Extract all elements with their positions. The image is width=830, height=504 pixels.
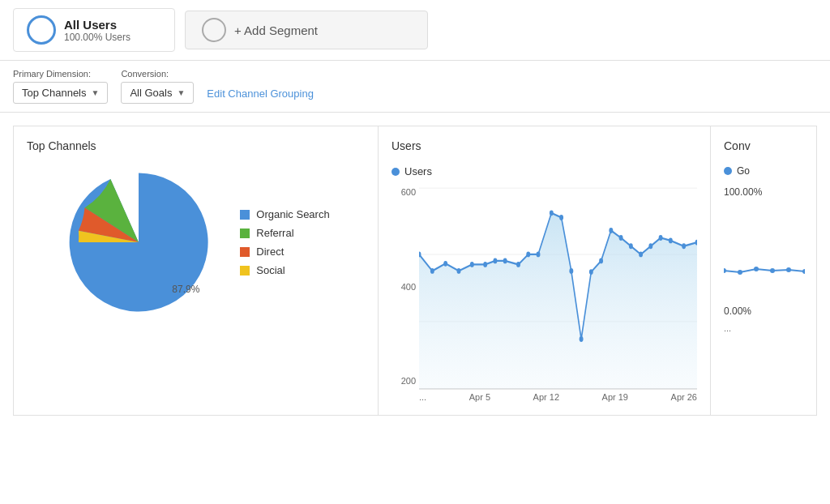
svg-point-31 (724, 268, 726, 273)
svg-point-7 (443, 261, 447, 267)
top-channels-card: Top Channels 87.9% (14, 126, 379, 415)
svg-point-17 (559, 215, 563, 220)
x-axis: ... Apr 5 Apr 12 Apr 19 Apr 26 (419, 392, 697, 402)
svg-point-23 (619, 235, 623, 241)
svg-point-36 (802, 269, 805, 274)
all-users-segment[interactable]: All Users 100.00% Users (13, 8, 175, 52)
svg-point-29 (682, 243, 686, 249)
svg-point-11 (493, 258, 497, 264)
legend-direct: Direct (240, 246, 329, 258)
y-label-400: 400 (401, 282, 416, 292)
segment-info: All Users 100.00% Users (64, 18, 130, 43)
svg-point-22 (609, 228, 613, 233)
top-channels-dropdown[interactable]: Top Channels ▼ (13, 82, 108, 104)
y-axis: 600 400 200 (391, 187, 416, 402)
users-chart-legend: Users (391, 165, 697, 177)
top-channels-title: Top Channels (27, 139, 365, 152)
svg-point-15 (537, 252, 541, 258)
legend-social: Social (240, 264, 329, 276)
svg-point-35 (786, 267, 791, 272)
controls-bar: Primary Dimension: Top Channels ▼ Conver… (0, 61, 830, 113)
svg-point-33 (754, 267, 759, 271)
svg-point-13 (516, 262, 520, 267)
svg-point-32 (738, 270, 742, 275)
svg-point-18 (569, 268, 573, 274)
svg-point-14 (526, 252, 530, 258)
svg-point-28 (669, 238, 673, 244)
conv-line-svg (724, 246, 805, 295)
primary-dimension-label: Primary Dimension: (13, 69, 108, 79)
legend-color-direct (240, 247, 250, 257)
users-legend-label: Users (404, 165, 432, 177)
users-legend-dot (391, 168, 400, 176)
primary-dimension-group: Primary Dimension: Top Channels ▼ (13, 69, 108, 104)
conv-legend: Go (724, 165, 803, 177)
x-label-apr19: Apr 19 (602, 392, 628, 402)
legend-label-social: Social (256, 264, 285, 276)
add-segment-circle-icon (202, 18, 226, 42)
add-segment-button[interactable]: + Add Segment (185, 11, 428, 49)
y-label-200: 200 (401, 376, 416, 386)
legend-label-direct: Direct (256, 246, 284, 258)
line-chart-svg-container: ... Apr 5 Apr 12 Apr 19 Apr 26 (419, 187, 697, 402)
charts-container: Top Channels 87.9% (13, 126, 817, 416)
users-card: Users Users 600 400 200 (379, 126, 711, 415)
add-segment-label: + Add Segment (234, 23, 318, 37)
pie-svg (62, 165, 216, 319)
conv-legend-dot (724, 167, 732, 175)
svg-point-20 (589, 269, 593, 275)
chevron-down-icon: ▼ (92, 88, 100, 97)
conv-top-pct: 100.00% (724, 186, 803, 198)
x-label-dots: ... (419, 392, 426, 402)
x-label-apr26: Apr 26 (671, 392, 697, 402)
line-chart-svg (419, 187, 697, 390)
svg-point-25 (639, 252, 643, 258)
conversions-card: Conv Go 100.00% 0.00% ... (711, 126, 816, 415)
conversion-group: Conversion: All Goals ▼ (121, 69, 194, 104)
legend-organic-search: Organic Search (240, 208, 329, 220)
chevron-down-icon-2: ▼ (177, 88, 185, 97)
svg-point-26 (648, 243, 652, 249)
legend-label-referral: Referral (256, 227, 293, 239)
conv-title: Conv (724, 139, 803, 152)
conversion-label: Conversion: (121, 69, 194, 79)
top-channels-value: Top Channels (22, 87, 87, 99)
svg-point-6 (430, 268, 434, 274)
svg-marker-4 (419, 213, 697, 389)
legend-referral: Referral (240, 227, 329, 239)
svg-point-9 (470, 262, 474, 267)
pie-percentage-label: 87.9% (172, 284, 199, 295)
svg-point-21 (599, 258, 603, 264)
svg-point-19 (580, 336, 584, 342)
svg-point-34 (770, 268, 775, 273)
conv-bottom-pct: 0.00% (724, 305, 803, 317)
svg-point-27 (659, 235, 663, 241)
users-title: Users (391, 139, 697, 152)
segment-circle-icon (27, 15, 56, 45)
legend-label-organic: Organic Search (256, 208, 329, 220)
x-label-apr5: Apr 5 (469, 392, 490, 402)
svg-point-12 (503, 258, 507, 264)
y-label-600: 600 (401, 187, 416, 197)
svg-point-10 (483, 262, 487, 267)
legend-color-referral (240, 229, 250, 238)
svg-point-16 (550, 210, 554, 216)
legend-color-organic (240, 210, 250, 220)
top-bar: All Users 100.00% Users + Add Segment (0, 0, 830, 61)
conv-legend-label: Go (737, 165, 750, 177)
pie-legend: Organic Search Referral Direct Social (240, 208, 329, 276)
segment-name: All Users (64, 18, 130, 32)
x-label-apr12: Apr 12 (533, 392, 559, 402)
all-goals-dropdown[interactable]: All Goals ▼ (121, 82, 194, 104)
legend-color-social (240, 266, 250, 275)
edit-channel-grouping-link[interactable]: Edit Channel Grouping (207, 88, 314, 100)
svg-point-8 (457, 268, 461, 274)
segment-percentage: 100.00% Users (64, 32, 130, 43)
pie-chart-area: 87.9% Organic Search Referral Direct S (27, 165, 365, 319)
svg-point-24 (629, 243, 633, 249)
pie-chart: 87.9% (62, 165, 216, 319)
users-chart-body: 600 400 200 (391, 187, 697, 402)
conv-dots: ... (724, 323, 803, 333)
all-goals-value: All Goals (130, 87, 172, 99)
